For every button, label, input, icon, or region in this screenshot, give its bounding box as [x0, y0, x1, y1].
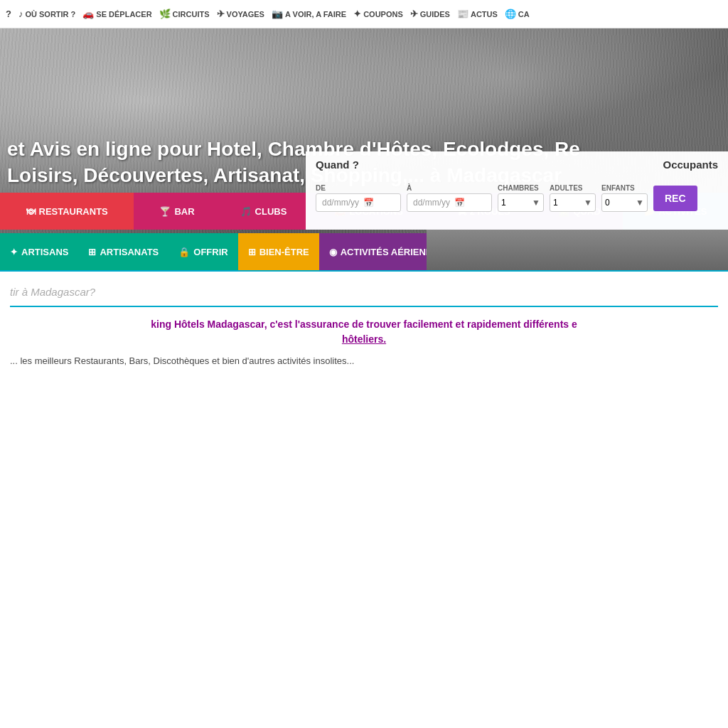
date-from-input[interactable]: dd/mm/yy 📅: [316, 193, 401, 212]
nav-item-guides[interactable]: ✈ GUIDES: [410, 9, 450, 19]
aerial-icon: ◉: [329, 247, 337, 257]
car-icon: 🚗: [82, 9, 94, 19]
chevron-down-icon-3: ▼: [636, 198, 644, 208]
nav-item-ou-sortir[interactable]: ♪ OÙ SORTIR ?: [18, 9, 75, 19]
chevron-down-icon: ▼: [532, 198, 540, 208]
hero-section: et Avis en ligne pour Hotel, Chambre d'H…: [0, 28, 728, 270]
adultes-select[interactable]: 1 ▼: [550, 193, 596, 212]
nav-item-ca[interactable]: 🌐 CA: [505, 9, 530, 19]
top-navigation: ? ♪ OÙ SORTIR ? 🚗 SE DÉPLACER 🌿 CIRCUITS…: [0, 0, 728, 28]
search-bar-area: tir à Madagascar?: [10, 286, 718, 307]
booking-a-group: À dd/mm/yy 📅: [407, 184, 492, 212]
search-placeholder-text: tir à Madagascar?: [10, 286, 95, 298]
adultes-label: ADULTES: [550, 184, 596, 192]
chevron-down-icon-2: ▼: [584, 198, 592, 208]
nav-item-help[interactable]: ?: [6, 9, 11, 19]
adultes-group: ADULTES 1 ▼: [550, 184, 596, 212]
promo-link[interactable]: hôteliers.: [342, 333, 386, 345]
nav-item-a-voir[interactable]: 📷 A VOIR, A FAIRE: [272, 9, 346, 19]
clubs-icon: 🎵: [240, 206, 252, 217]
booking-inputs-row: DE dd/mm/yy 📅 À dd/mm/yy 📅 CHAMBRES 1: [316, 173, 718, 223]
chambres-group: CHAMBRES 1 ▼: [498, 184, 544, 212]
date-to-input[interactable]: dd/mm/yy 📅: [407, 193, 492, 212]
guide-icon: ✈: [410, 9, 418, 19]
de-label: DE: [316, 184, 401, 192]
enfants-group: ENFANTS 0 ▼: [601, 184, 648, 212]
gift-icon: 🔒: [178, 247, 190, 257]
artisanats-icon: ⊞: [88, 247, 96, 257]
hero-bottom-right: [427, 230, 728, 270]
enfants-label: ENFANTS: [601, 184, 648, 192]
nav-item-coupons[interactable]: ✦ COUPONS: [353, 9, 403, 19]
cat-clubs[interactable]: 🎵 CLUBS: [220, 193, 306, 230]
help-icon: ?: [6, 9, 11, 19]
promo-text-block: king Hôtels Madagascar, c'est l'assuranc…: [10, 317, 718, 347]
cat-bar[interactable]: 🍸 BAR: [134, 193, 220, 230]
nav-item-se-deplacer[interactable]: 🚗 SE DÉPLACER: [82, 9, 151, 19]
cat-bien-etre[interactable]: ⊞ BIEN-ÊTRE: [238, 233, 319, 270]
chambres-label: CHAMBRES: [498, 184, 544, 192]
cat-artisanats[interactable]: ⊞ ARTISANATS: [78, 233, 168, 270]
calendar-icon-2: 📅: [454, 198, 465, 208]
quand-label: Quand ?: [316, 159, 359, 171]
occupants-label: Occupants: [663, 159, 718, 171]
camera-icon: 📷: [272, 9, 283, 19]
booking-form: Quand ? Occupants DE dd/mm/yy 📅 À dd/mm/…: [306, 151, 728, 230]
booking-top-labels: Quand ? Occupants: [316, 159, 718, 171]
rechercher-button[interactable]: REC: [653, 186, 697, 211]
calendar-icon: 📅: [363, 198, 374, 208]
nav-item-voyages[interactable]: ✈ VOYAGES: [217, 9, 264, 19]
chambres-select[interactable]: 1 ▼: [498, 193, 544, 212]
bien-etre-icon: ⊞: [248, 247, 256, 257]
leaf-icon: 🌿: [159, 9, 171, 19]
music-icon: ♪: [18, 9, 23, 19]
restaurant-icon: 🍽: [26, 206, 36, 217]
nav-item-circuits[interactable]: 🌿 CIRCUITS: [159, 9, 210, 19]
enfants-select[interactable]: 0 ▼: [601, 193, 648, 212]
cat-offrir[interactable]: 🔒 OFFRIR: [168, 233, 237, 270]
star-icon: ✦: [353, 9, 361, 19]
nav-item-actus[interactable]: 📰 ACTUS: [457, 9, 498, 19]
newspaper-icon: 📰: [457, 9, 469, 19]
artisans-icon: ✦: [10, 247, 18, 257]
cat-artisans[interactable]: ✦ ARTISANS: [0, 233, 78, 270]
a-label: À: [407, 184, 492, 192]
bottom-section: tir à Madagascar? king Hôtels Madagascar…: [0, 270, 728, 382]
cat-restaurants[interactable]: 🍽 RESTAURANTS: [0, 193, 134, 230]
plane-icon: ✈: [217, 9, 225, 19]
category-bar-2: ✦ ARTISANS ⊞ ARTISANATS 🔒 OFFRIR ⊞ BIEN-…: [0, 233, 301, 270]
globe-icon: 🌐: [505, 9, 516, 19]
bar-icon: 🍸: [159, 206, 171, 217]
booking-de-group: DE dd/mm/yy 📅: [316, 184, 401, 212]
sub-text: ... les meilleurs Restaurants, Bars, Dis…: [10, 354, 718, 368]
